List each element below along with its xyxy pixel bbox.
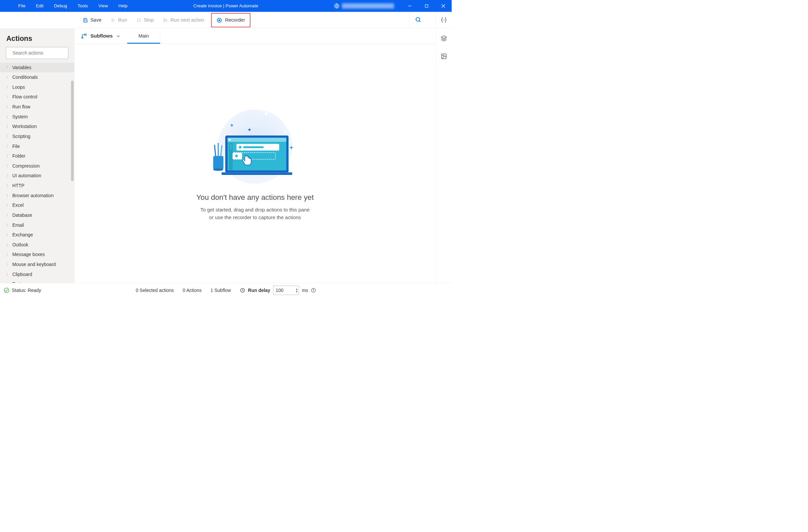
record-icon (217, 17, 222, 23)
info-icon[interactable] (311, 288, 316, 293)
subflows-dropdown[interactable]: Subflows (75, 28, 127, 43)
svg-point-22 (82, 37, 83, 38)
empty-state: You don't have any actions here yet To g… (75, 44, 436, 283)
svg-marker-9 (164, 19, 166, 22)
save-button[interactable]: Save (78, 15, 106, 25)
svg-point-46 (4, 288, 9, 292)
action-category-exchange[interactable]: 〉Exchange (0, 230, 74, 240)
action-category-conditionals[interactable]: 〉Conditionals (0, 73, 74, 82)
main-canvas-area: Subflows Main (75, 28, 436, 283)
close-button[interactable] (435, 0, 452, 12)
menu-view[interactable]: View (93, 3, 113, 8)
recorder-button[interactable]: Recorder (211, 13, 251, 27)
action-category-label: Database (12, 212, 32, 218)
titlebar: File Edit Debug Tools View Help Create i… (0, 0, 452, 12)
status-text: Status: Ready (12, 288, 41, 293)
menu-debug[interactable]: Debug (49, 3, 72, 8)
svg-line-14 (419, 21, 421, 22)
action-category-folder[interactable]: 〉Folder (0, 151, 74, 161)
action-category-mouse-and-keyboard[interactable]: 〉Mouse and keyboard (0, 260, 74, 270)
ui-elements-pane-button[interactable] (441, 35, 447, 42)
action-category-label: Compression (12, 163, 40, 169)
svg-marker-17 (441, 36, 446, 38)
search-actions-field[interactable] (12, 50, 71, 56)
spinner-arrows[interactable]: ▲▼ (295, 288, 298, 293)
action-category-message-boxes[interactable]: 〉Message boxes (0, 250, 74, 260)
subflows-label: Subflows (91, 33, 113, 39)
action-category-run-flow[interactable]: 〉Run flow (0, 102, 74, 112)
actions-sidebar: Actions 〉Variables〉Conditionals〉Loops〉Fl… (0, 28, 75, 283)
clock-icon (240, 288, 245, 293)
status-bar: Status: Ready 0 Selected actions 0 Actio… (0, 283, 452, 298)
svg-point-19 (443, 55, 444, 56)
action-category-label: Folder (12, 154, 25, 159)
chevron-right-icon: 〉 (6, 154, 10, 158)
run-delay-value: 100 (276, 288, 283, 293)
action-category-system[interactable]: 〉System (0, 112, 74, 122)
subflows-count: 1 Subflow (210, 288, 231, 293)
action-category-flow-control[interactable]: 〉Flow control (0, 92, 74, 102)
chevron-right-icon: 〉 (6, 272, 10, 277)
action-category-label: Browser automation (12, 193, 54, 198)
menu-edit[interactable]: Edit (31, 3, 49, 8)
action-category-ui-automation[interactable]: 〉UI automation (0, 171, 74, 181)
action-category-label: Text (12, 282, 21, 283)
action-category-workstation[interactable]: 〉Workstation (0, 122, 74, 132)
search-toolbar-button[interactable] (409, 14, 427, 26)
action-category-browser-automation[interactable]: 〉Browser automation (0, 191, 74, 201)
action-category-label: Email (12, 223, 24, 228)
run-button[interactable]: Run (106, 15, 131, 25)
window-title: Create invoice | Power Automate (194, 3, 258, 8)
action-category-label: Variables (12, 65, 31, 70)
chevron-right-icon: 〉 (6, 193, 10, 198)
step-icon (163, 17, 168, 23)
chevron-right-icon: 〉 (6, 95, 10, 99)
layers-icon (441, 35, 447, 41)
action-category-outlook[interactable]: 〉Outlook (0, 240, 74, 250)
menu-help[interactable]: Help (113, 3, 133, 8)
scrollbar[interactable] (71, 81, 74, 181)
search-actions-input[interactable] (6, 47, 68, 59)
action-category-label: Outlook (12, 242, 28, 247)
run-delay-input[interactable]: 100 ▲▼ (273, 286, 299, 295)
maximize-button[interactable] (418, 0, 435, 12)
images-pane-button[interactable] (441, 53, 447, 60)
chevron-right-icon: 〉 (6, 115, 10, 119)
action-category-label: Loops (12, 84, 25, 90)
empty-title: You don't have any actions here yet (196, 193, 314, 202)
chevron-right-icon: 〉 (6, 213, 10, 217)
recorder-label: Recorder (225, 17, 245, 23)
action-category-file[interactable]: 〉File (0, 141, 74, 151)
action-category-variables[interactable]: 〉Variables (0, 62, 74, 73)
action-category-excel[interactable]: 〉Excel (0, 201, 74, 210)
chevron-right-icon: 〉 (6, 105, 10, 109)
action-category-email[interactable]: 〉Email (0, 220, 74, 230)
search-icon (415, 17, 422, 23)
action-category-text[interactable]: 〉Text (0, 279, 74, 283)
chevron-right-icon: 〉 (6, 134, 10, 139)
variables-pane-button[interactable]: x (441, 17, 447, 24)
minimize-button[interactable] (401, 0, 418, 12)
tab-main[interactable]: Main (127, 28, 160, 43)
action-category-compression[interactable]: 〉Compression (0, 161, 74, 171)
action-category-database[interactable]: 〉Database (0, 210, 74, 221)
menu-tools[interactable]: Tools (72, 3, 93, 8)
action-category-http[interactable]: 〉HTTP (0, 181, 74, 191)
action-category-clipboard[interactable]: 〉Clipboard (0, 270, 74, 280)
selected-actions-count: 0 Selected actions (136, 288, 174, 293)
svg-point-39 (239, 146, 242, 149)
action-category-label: File (12, 144, 20, 149)
empty-description: To get started, drag and drop actions to… (200, 206, 310, 221)
run-next-button[interactable]: Run next action (158, 15, 208, 25)
svg-point-13 (416, 17, 420, 21)
action-category-label: Run flow (12, 104, 30, 110)
action-category-loops[interactable]: 〉Loops (0, 82, 74, 92)
save-label: Save (91, 17, 102, 23)
menu-file[interactable]: File (13, 3, 31, 8)
action-category-scripting[interactable]: 〉Scripting (0, 132, 74, 141)
stop-button[interactable]: Stop (131, 15, 158, 25)
chevron-right-icon: 〉 (6, 125, 10, 129)
chevron-right-icon: 〉 (6, 223, 10, 227)
svg-point-26 (213, 169, 223, 171)
environment-picker[interactable] (334, 3, 394, 9)
